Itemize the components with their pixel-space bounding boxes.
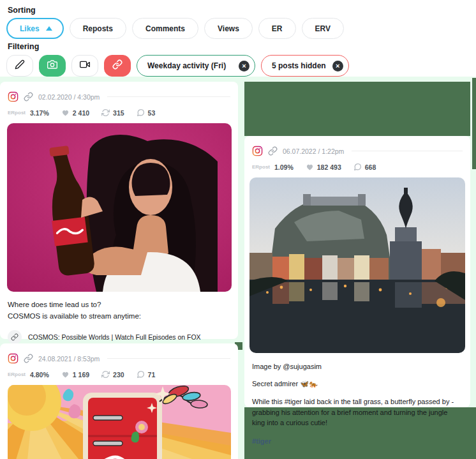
post-date: 06.07.2022 / 1:22pm: [283, 147, 344, 155]
comments-stat: 71: [137, 370, 156, 379]
video-camera-icon: [80, 59, 90, 72]
reposts-count: 230: [113, 371, 124, 379]
app-screen: Sorting Likes Reposts Comments Views ER …: [0, 0, 476, 459]
caption-line: COSMOS is available to stream anytime:: [8, 311, 230, 322]
post-link-icon[interactable]: [24, 354, 33, 363]
likes-count: 182 493: [317, 163, 341, 171]
reposts-count: 315: [113, 109, 124, 117]
post-stats: ERpost 3.17% 2 410 315 53: [8, 109, 230, 117]
controls-header: Sorting Likes Reposts Comments Views ER …: [0, 0, 476, 77]
hidden-post-sliver: [472, 78, 476, 169]
post-link-icon[interactable]: [268, 146, 278, 156]
remove-filter-icon[interactable]: ×: [239, 61, 249, 71]
sort-direction-up-icon[interactable]: [46, 26, 52, 31]
er-value: 4.80%: [30, 371, 49, 379]
post-image-dinant[interactable]: [249, 177, 465, 353]
post-stats: ERpost 4.80% 1 169 230 71: [8, 370, 230, 379]
likes-count: 1 169: [73, 371, 89, 379]
post-card-cosmos: 02.02.2020 / 4:30pm ERpost 3.17% 2 410 3…: [0, 82, 238, 339]
sort-option-label: Reposts: [83, 24, 113, 33]
filtering-label: Filtering: [8, 42, 39, 51]
repost-icon: [101, 370, 110, 379]
sort-option-erv[interactable]: ERV: [302, 18, 344, 39]
post-header: 06.07.2022 / 1:22pm: [252, 146, 463, 156]
sort-option-reposts[interactable]: Reposts: [70, 18, 126, 39]
link-icon: [8, 330, 22, 344]
link-icon: [112, 59, 123, 72]
post-attached-link[interactable]: COSMOS: Possible Worlds | Watch Full Epi…: [8, 330, 230, 344]
post-card-tiger: 06.07.2022 / 1:22pm ERpost 1.09% 182 493…: [244, 136, 470, 407]
er-label: ERpost: [8, 110, 26, 116]
repost-icon: [101, 109, 110, 117]
post-card-fridge: 24.08.2021 / 8:53pm ERpost 4.80% 1 169 2…: [0, 343, 238, 459]
post-image-fridge[interactable]: [8, 385, 231, 459]
post-date: 02.02.2020 / 4:30pm: [38, 93, 100, 101]
sorting-label: Sorting: [8, 6, 36, 15]
caption-line: Image by @sujugasim: [252, 361, 461, 372]
instagram-icon: [252, 146, 263, 156]
post-date: 24.08.2021 / 8:53pm: [38, 355, 100, 363]
caption-line: Secret admirer 🦋🐅: [252, 379, 461, 389]
sort-option-label: ERV: [315, 24, 331, 33]
caption-line: While this #tiger laid back in the tall …: [252, 396, 461, 428]
filter-video-posts-button[interactable]: [71, 55, 98, 77]
filter-chip-weekday-activity[interactable]: Weekday activity (Fri) ×: [137, 55, 255, 77]
instagram-icon: [8, 353, 19, 364]
reposts-stat: 230: [101, 370, 124, 379]
chip-label: 5 posts hidden: [272, 61, 326, 70]
er-value: 3.17%: [30, 109, 49, 117]
post-stats: ERpost 1.09% 182 493 668: [252, 163, 463, 171]
heart-icon: [61, 370, 70, 379]
filtering-row: Weekday activity (Fri) × 5 posts hidden …: [6, 55, 349, 77]
caption-line: Where does time lead us to?: [8, 299, 230, 311]
sort-option-likes[interactable]: Likes: [6, 18, 64, 39]
instagram-icon: [8, 91, 19, 102]
photo-camera-icon: [47, 59, 57, 72]
sort-option-label: Views: [218, 24, 239, 33]
hashtag-link[interactable]: #tiger: [252, 437, 463, 445]
filter-link-posts-button[interactable]: [104, 55, 131, 77]
header-divider: [107, 96, 230, 97]
sort-option-er[interactable]: ER: [258, 18, 296, 39]
header-divider: [107, 358, 230, 359]
header-divider: [352, 151, 463, 151]
post-header: 24.08.2021 / 8:53pm: [8, 353, 230, 364]
post-caption: Where does time lead us to? COSMOS is av…: [8, 299, 230, 322]
comment-icon: [137, 370, 145, 379]
sorting-options-row: Likes Reposts Comments Views ER ERV: [6, 18, 344, 39]
sort-option-comments[interactable]: Comments: [132, 18, 198, 39]
chip-label: Weekday activity (Fri): [147, 61, 226, 70]
comments-stat: 668: [353, 163, 376, 171]
heart-icon: [61, 109, 70, 117]
filter-chip-posts-hidden[interactable]: 5 posts hidden ×: [261, 55, 349, 77]
er-label: ERpost: [8, 372, 26, 377]
comment-icon: [137, 109, 145, 117]
post-link-icon[interactable]: [24, 92, 33, 102]
sort-option-label: ER: [272, 24, 283, 33]
filter-text-posts-button[interactable]: [6, 55, 33, 77]
comments-count: 71: [148, 371, 156, 379]
sort-option-label: Comments: [145, 24, 185, 33]
comments-stat: 53: [137, 109, 156, 117]
er-label: ERpost: [252, 164, 270, 170]
sort-option-label: Likes: [20, 24, 40, 33]
posts-feed: 02.02.2020 / 4:30pm ERpost 3.17% 2 410 3…: [0, 77, 476, 459]
remove-filter-icon[interactable]: ×: [332, 61, 343, 71]
likes-stat: 2 410: [61, 109, 89, 117]
likes-stat: 182 493: [306, 163, 341, 171]
post-image-cocacola[interactable]: [7, 123, 232, 292]
post-header: 02.02.2020 / 4:30pm: [8, 91, 230, 102]
comments-count: 668: [365, 163, 376, 171]
filter-photo-posts-button[interactable]: [39, 55, 66, 77]
post-caption: Image by @sujugasim Secret admirer 🦋🐅 Wh…: [252, 361, 461, 428]
er-value: 1.09%: [274, 163, 294, 171]
sort-option-views[interactable]: Views: [204, 18, 253, 39]
likes-stat: 1 169: [61, 370, 89, 379]
reposts-stat: 315: [101, 109, 124, 117]
pencil-icon: [15, 59, 25, 72]
likes-count: 2 410: [73, 109, 89, 117]
hidden-post-block: [244, 82, 470, 136]
heart-icon: [306, 163, 314, 171]
attached-link-text[interactable]: COSMOS: Possible Worlds | Watch Full Epi…: [28, 333, 201, 341]
comments-count: 53: [148, 109, 156, 117]
